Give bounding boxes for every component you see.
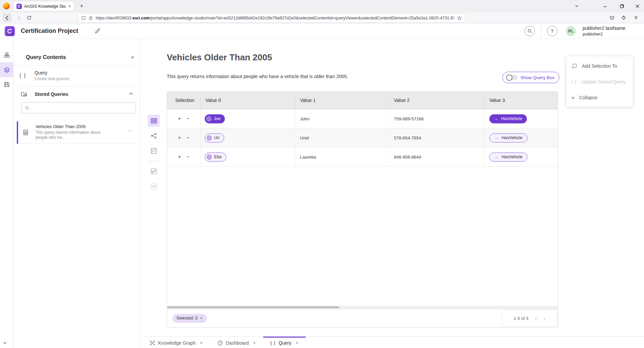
search-input[interactable] <box>32 105 133 110</box>
entity-pill[interactable]: Etta <box>205 153 226 162</box>
menu-item-collapse[interactable]: » Collapse <box>566 90 633 105</box>
selected-count-label: Selected: 3 <box>177 316 198 321</box>
arcgis-favicon-icon <box>16 4 22 9</box>
remove-from-selection-button[interactable]: − <box>187 116 190 121</box>
search-button[interactable] <box>525 26 535 36</box>
browser-toolbar: https://dev0028833.esri.com/portal/apps/… <box>0 12 644 23</box>
stored-query-doc-icon <box>23 129 29 135</box>
relationship-pill[interactable]: →HasVehicle <box>489 133 528 142</box>
stored-query-item[interactable]: Vehicles Older Than 2005 This query retu… <box>17 121 140 144</box>
selected-count-chip[interactable]: Selected: 3 × <box>172 314 207 323</box>
expand-rail-chevrons[interactable]: » <box>3 340 6 345</box>
cell-value2: 846-956-8644 <box>389 148 485 166</box>
stored-query-options-ellipsis[interactable]: ··· <box>128 127 134 133</box>
tab-dashboard[interactable]: Dashboard × <box>210 337 263 348</box>
column-header-value3: Value 3 <box>485 92 558 109</box>
user-avatar[interactable]: PL <box>566 26 576 36</box>
browser-tab[interactable]: ArcGIS Knowledge Studio × <box>13 1 74 11</box>
query-create-item[interactable]: { } Query Create new queries <box>13 66 140 86</box>
add-to-selection-button[interactable]: + <box>178 135 181 140</box>
toggle-knob[interactable] <box>506 74 512 81</box>
stored-queries-title: Stored Queries <box>35 92 68 97</box>
remove-from-selection-button[interactable]: − <box>187 154 190 160</box>
browser-tab-title: ArcGIS Knowledge Studio <box>24 4 66 9</box>
entity-pill[interactable]: Joe <box>205 114 225 123</box>
arrow-right-icon: → <box>494 155 499 159</box>
entity-dot-icon <box>207 135 212 140</box>
tab-close-icon[interactable]: × <box>68 4 71 9</box>
header-divider <box>541 23 541 39</box>
link-chart-view-button[interactable] <box>148 130 160 142</box>
menu-item-label: Add Selection To <box>582 63 617 69</box>
remove-from-selection-button[interactable]: − <box>187 135 190 140</box>
relationship-pill[interactable]: →HasVehicle <box>489 153 528 162</box>
cell-value2: 578-654-7854 <box>389 128 485 147</box>
window-close-button[interactable] <box>633 2 642 10</box>
bookmark-star-icon[interactable] <box>457 16 462 20</box>
map-graph-view-button[interactable] <box>148 165 160 177</box>
firefox-logo-icon[interactable] <box>3 3 10 9</box>
stored-query-search[interactable] <box>21 102 136 113</box>
column-header-value0: Value 0 <box>201 92 295 109</box>
clear-selection-icon[interactable]: × <box>200 316 203 321</box>
query-results-table: Selection Value 0 Value 1 Value 2 Value … <box>167 92 558 328</box>
window-restore-button[interactable] <box>617 2 626 10</box>
menu-item-add-selection-to[interactable]: Add Selection To <box>566 58 633 74</box>
table-view-button[interactable] <box>148 115 160 127</box>
tab-knowledge-graph[interactable]: Knowledge Graph × <box>142 337 210 348</box>
view-switch-toolbar <box>148 115 160 195</box>
braces-icon: { } <box>572 79 577 84</box>
next-page-chevron[interactable]: › <box>544 315 546 321</box>
scrollbar-thumb[interactable] <box>167 306 339 308</box>
panel-close-icon[interactable]: × <box>131 54 134 60</box>
content-tabs-bar: Knowledge Graph × Dashboard × { } Query … <box>140 336 644 348</box>
map-view-button[interactable] <box>148 145 160 157</box>
cell-value1: Uriel <box>295 128 389 147</box>
app-header: Certification Project ? PL publisher2 la… <box>0 23 644 39</box>
url-text: https://dev0028833.esri.com/portal/apps/… <box>96 16 454 20</box>
list-tabs-chevron-icon[interactable] <box>573 2 581 10</box>
arrow-right-icon: → <box>494 135 499 140</box>
toggle-track[interactable] <box>507 75 517 80</box>
tab-close-icon[interactable]: × <box>296 340 298 345</box>
add-to-selection-button[interactable]: + <box>178 116 181 121</box>
pagination: 1-3 of 3 ‹ › <box>501 310 558 327</box>
reload-button[interactable] <box>25 13 34 22</box>
previous-page-chevron[interactable]: ‹ <box>535 315 537 321</box>
edit-title-pencil-icon[interactable] <box>95 28 100 34</box>
window-minimize-button[interactable] <box>601 2 609 10</box>
menu-item-update-stored-query: { } Update Stored Query <box>566 74 633 90</box>
forward-button[interactable] <box>14 13 23 22</box>
add-to-selection-button[interactable]: + <box>178 154 181 160</box>
horizontal-scrollbar[interactable] <box>167 306 558 309</box>
tab-close-icon[interactable]: × <box>200 340 203 345</box>
selection-view-button[interactable] <box>148 180 160 192</box>
url-bar[interactable]: https://dev0028833.esri.com/portal/apps/… <box>78 14 465 22</box>
entity-pill[interactable]: Uri <box>205 133 224 142</box>
help-button[interactable]: ? <box>547 26 557 36</box>
site-lock-icon[interactable] <box>89 16 93 20</box>
braces-icon: { } <box>270 340 276 345</box>
show-query-box-toggle[interactable]: Show Query Box <box>502 72 559 83</box>
tab-close-icon[interactable]: × <box>253 340 256 345</box>
entity-dot-icon <box>207 155 212 160</box>
hamburger-menu-icon[interactable]: ≡ <box>632 13 640 22</box>
new-tab-button[interactable]: + <box>80 2 84 10</box>
tab-query[interactable]: { } Query × <box>263 337 306 348</box>
back-button[interactable] <box>3 13 11 22</box>
save-icon[interactable] <box>0 77 13 92</box>
pocket-icon[interactable] <box>607 13 616 22</box>
user-name-block[interactable]: publisher2 lastName publisher2 <box>583 25 626 37</box>
show-query-box-label: Show Query Box <box>521 75 554 80</box>
menu-item-label: Update Stored Query <box>581 79 626 84</box>
project-title: Certification Project <box>21 27 78 35</box>
tab-label: Query <box>279 340 291 346</box>
relationship-pill[interactable]: →HasVehicle <box>489 114 527 123</box>
extensions-puzzle-icon[interactable] <box>619 13 628 22</box>
tracking-shield-icon[interactable] <box>81 16 86 20</box>
collapse-chevron-up-icon[interactable] <box>129 92 133 95</box>
data-model-tree-icon[interactable] <box>0 48 13 62</box>
user-username: publisher2 <box>583 31 626 37</box>
stored-queries-header[interactable]: Stored Queries <box>13 86 140 102</box>
contents-layers-icon[interactable] <box>0 62 13 77</box>
